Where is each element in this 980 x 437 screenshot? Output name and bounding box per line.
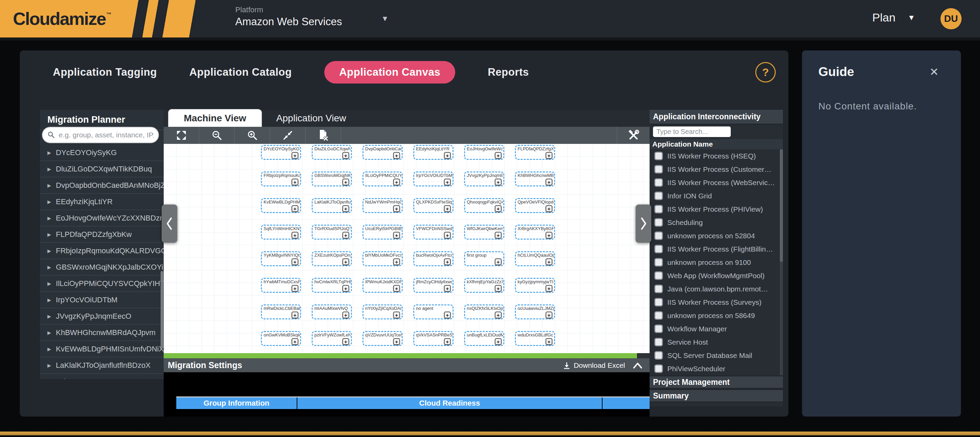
application-row[interactable]: Service Host bbox=[649, 335, 780, 349]
machine-group-box[interactable]: KvEWwBLDgPHMISnUm… + bbox=[261, 198, 301, 213]
add-icon[interactable]: + bbox=[495, 179, 501, 186]
checkbox[interactable] bbox=[654, 232, 663, 240]
add-icon[interactable]: + bbox=[546, 311, 552, 318]
machine-group-box[interactable]: nsQtZKfxSLKIxOpBVcX… + bbox=[464, 304, 504, 319]
application-row[interactable]: IIS Worker Process (WebServic… bbox=[649, 176, 780, 189]
application-search-input[interactable] bbox=[653, 127, 731, 137]
checkbox[interactable] bbox=[654, 284, 663, 293]
machine-group-box[interactable]: YyKMBgvINNYIQtCfLXo… + bbox=[261, 251, 301, 266]
zoom-out-button[interactable] bbox=[199, 127, 235, 144]
add-icon[interactable]: + bbox=[393, 285, 400, 292]
zoom-in-button[interactable] bbox=[235, 127, 270, 144]
checkbox[interactable] bbox=[654, 311, 663, 320]
machine-group-box[interactable]: GBSWxroMGqjNKXpJal… + bbox=[312, 172, 352, 186]
expand-caret-icon[interactable]: ▶ bbox=[48, 215, 51, 221]
main-tab[interactable]: Reports bbox=[488, 66, 529, 78]
application-row[interactable]: Java (com.lawson.bpm.remot… bbox=[649, 282, 780, 296]
expand-caret-icon[interactable]: ▶ bbox=[48, 297, 51, 303]
checkbox[interactable] bbox=[654, 152, 663, 160]
checkbox[interactable] bbox=[654, 351, 663, 360]
sidebar-group-item[interactable]: ▶ DluZiLGoDCXqwNTikKDBuq bbox=[40, 161, 164, 177]
application-row[interactable]: unknown process on 9100 bbox=[649, 256, 780, 269]
platform-selector[interactable]: Platform Amazon Web Services bbox=[235, 5, 342, 28]
checkbox[interactable] bbox=[654, 178, 663, 187]
application-row[interactable]: unknown process on 58649 bbox=[649, 309, 780, 322]
close-icon[interactable]: ✕ bbox=[929, 65, 939, 78]
add-icon[interactable]: + bbox=[444, 179, 451, 186]
machine-canvas[interactable]: DYcEOYOiySyKG + DluZiLGoDCXqwNTikKD… + D… bbox=[164, 144, 649, 353]
panel-title[interactable]: Application Interconnectivity bbox=[649, 110, 783, 124]
machine-group-box[interactable]: FRbjoIzpRqmouKdQKAL… + bbox=[261, 172, 301, 186]
pan-left-button[interactable] bbox=[162, 205, 177, 243]
checkbox[interactable] bbox=[654, 165, 663, 173]
machine-group-box[interactable]: iPWmuKJxidKXDR + bbox=[363, 278, 403, 293]
checkbox[interactable] bbox=[654, 364, 663, 373]
application-row[interactable]: unknown process on 52804 bbox=[649, 229, 780, 242]
application-row[interactable]: IIS Worker Process (PHIView) bbox=[649, 202, 780, 216]
help-button[interactable]: ? bbox=[755, 62, 776, 83]
add-icon[interactable]: + bbox=[546, 258, 552, 265]
machine-group-box[interactable]: KhBWHGhcnwMBRdAQ… + bbox=[515, 172, 555, 186]
checkbox[interactable] bbox=[654, 298, 663, 307]
application-row[interactable]: IIS Worker Process (Surveys) bbox=[649, 296, 780, 309]
pan-right-button[interactable] bbox=[636, 205, 651, 243]
add-icon[interactable]: + bbox=[444, 338, 451, 345]
machine-group-box[interactable]: JVvgzKyPpJnqmEecO + bbox=[464, 172, 504, 186]
add-icon[interactable]: + bbox=[546, 338, 552, 345]
sidebar-group-item[interactable]: ▶ EEdyhziKjqLtiYR bbox=[40, 194, 164, 210]
sidebar-group-item[interactable]: ▶ NdJwYWmPmHqGMwguHPXLBof bbox=[40, 373, 164, 379]
add-icon[interactable]: + bbox=[444, 205, 451, 212]
application-row[interactable]: IIS Worker Process (FlightBillin… bbox=[649, 242, 780, 256]
sidebar-group-item[interactable]: ▶ IrpYOcVOiUDTbM bbox=[40, 292, 164, 308]
expand-caret-icon[interactable]: ▶ bbox=[48, 232, 51, 237]
machine-group-box[interactable]: EEdyhziKjqLtiYR + bbox=[413, 145, 453, 160]
add-icon[interactable]: + bbox=[393, 205, 400, 212]
main-tab[interactable]: Application Tagging bbox=[53, 66, 157, 78]
add-icon[interactable]: + bbox=[291, 285, 298, 292]
add-icon[interactable]: + bbox=[291, 338, 298, 345]
view-tab[interactable]: Machine View bbox=[169, 110, 261, 127]
expand-caret-icon[interactable]: ▶ bbox=[48, 330, 51, 335]
sidebar-group-item[interactable]: ▶ DvpOapbdOnbCaedBAnMNoBjZZ bbox=[40, 177, 164, 194]
machine-group-box[interactable]: VFWCFDnNSSwdVSg + bbox=[413, 225, 453, 240]
machine-group-box[interactable]: NdJwYWmPmHqGMwa… + bbox=[363, 198, 403, 213]
machine-group-box[interactable]: hvCmlwXRLTqPHDSJqS + bbox=[312, 278, 352, 293]
machine-group-box[interactable]: IrpYOcVOiUDTbM + bbox=[413, 172, 453, 186]
machine-group-box[interactable]: LaKlalKJToOjanflutflnB… + bbox=[312, 198, 352, 213]
expand-caret-icon[interactable]: ▶ bbox=[48, 150, 51, 156]
machine-group-box[interactable]: nYtXlyZjICqXoDAmeAcXl + bbox=[363, 304, 403, 319]
machine-group-box[interactable]: DYcEOYOiySyKG + bbox=[261, 145, 301, 160]
sidebar-scrollbar[interactable] bbox=[161, 271, 163, 349]
fullscreen-button[interactable] bbox=[164, 127, 199, 144]
sidebar-group-item[interactable]: ▶ JVvgzKyPpJnqmEecO bbox=[40, 308, 164, 324]
checkbox[interactable] bbox=[654, 218, 663, 227]
machine-group-box[interactable]: onGwKVMoBSkqlevPk + bbox=[261, 331, 301, 346]
machine-group-box[interactable]: XrBrgAKXYByltGFdCCYH + bbox=[515, 225, 555, 240]
machine-group-box[interactable]: blYMbUoMkOFvcsuWEml + bbox=[363, 251, 403, 266]
add-icon[interactable]: + bbox=[393, 338, 400, 345]
view-tab[interactable]: Application View bbox=[261, 110, 361, 127]
checkbox[interactable] bbox=[654, 192, 663, 200]
application-row[interactable]: Scheduling bbox=[649, 216, 780, 229]
download-excel-button[interactable]: Download Excel bbox=[563, 361, 625, 370]
machine-group-box[interactable]: QpeVOeVFlQlopddxOgE… + bbox=[515, 198, 555, 213]
add-icon[interactable]: + bbox=[546, 232, 552, 238]
add-icon[interactable]: + bbox=[393, 152, 400, 159]
machine-group-box[interactable]: pzlrVFyWZowfLeNPsihQ… + bbox=[312, 331, 352, 346]
machine-group-box[interactable]: no agent + bbox=[413, 304, 453, 319]
add-icon[interactable]: + bbox=[495, 205, 501, 212]
expand-caret-icon[interactable]: ▶ bbox=[48, 248, 51, 254]
machine-group-box[interactable]: mRwDickLCbEBakJPgP… + bbox=[261, 304, 301, 319]
machine-group-box[interactable]: FLPDfaQPDZzfgXbKw + bbox=[515, 145, 555, 160]
machine-group-box[interactable]: QLXPKDSxFteSlqBrudw… + bbox=[413, 198, 453, 213]
machine-group-box[interactable]: SqfLYnWmHICKNxByvfu… + bbox=[261, 225, 301, 240]
add-icon[interactable]: + bbox=[342, 232, 349, 238]
add-icon[interactable]: + bbox=[444, 232, 451, 238]
main-tab[interactable]: Application Catalog bbox=[189, 66, 292, 78]
add-icon[interactable]: + bbox=[495, 258, 501, 265]
add-icon[interactable]: + bbox=[291, 205, 298, 212]
machine-group-box[interactable]: hYwbMTmuDCxsFAaH… + bbox=[261, 278, 301, 293]
fit-view-button[interactable] bbox=[270, 127, 305, 144]
add-icon[interactable]: + bbox=[495, 232, 501, 238]
machine-group-box[interactable]: WfGJKwrQbwKemp + bbox=[464, 225, 504, 240]
